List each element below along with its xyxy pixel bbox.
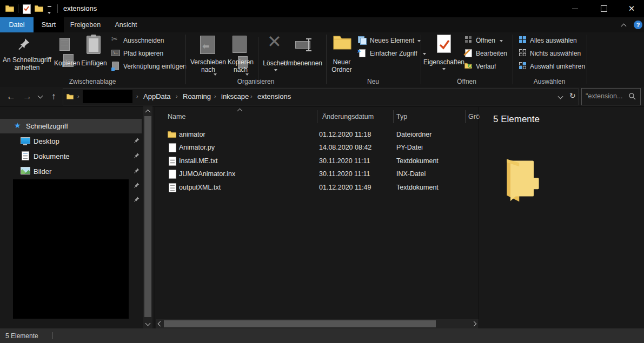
maximize-button[interactable] xyxy=(592,0,616,17)
sidebar-item-bilder[interactable]: Bilder xyxy=(0,164,142,179)
group-label-clipboard: Zwischenablage xyxy=(52,78,133,85)
select-all-button[interactable]: Alles auswählen xyxy=(518,36,585,46)
table-row[interactable]: JUMOAnimator.inx 30.11.2020 11:11 INX-Da… xyxy=(156,168,479,181)
redacted-sidebar-items xyxy=(13,179,129,319)
scroll-down-icon[interactable] xyxy=(145,321,151,326)
group-separator xyxy=(587,35,587,84)
rename-button[interactable]: Umbenennen xyxy=(280,35,326,78)
back-icon[interactable]: ← xyxy=(6,92,16,101)
status-bar: 5 Elemente xyxy=(0,328,644,343)
status-divider xyxy=(52,332,53,339)
search-icon[interactable] xyxy=(628,92,636,100)
paste-button[interactable]: Einfügen xyxy=(80,35,106,65)
scroll-up-icon[interactable] xyxy=(145,110,151,115)
file-name: JUMOAnimator.inx xyxy=(179,170,235,178)
column-header-type[interactable]: Typ xyxy=(396,113,407,120)
edit-button[interactable]: Bearbeiten xyxy=(464,49,510,59)
tab-datei[interactable]: Datei xyxy=(0,17,34,32)
column-header-name[interactable]: Name xyxy=(168,113,185,120)
up-icon[interactable]: ↑ xyxy=(51,92,56,101)
table-row[interactable]: Install.ME.txt 30.11.2020 11:11 Textdoku… xyxy=(156,155,479,168)
column-header-size[interactable]: Grö xyxy=(468,113,480,120)
select-none-button[interactable]: Nichts auswählen xyxy=(518,49,585,59)
crumb-chevron-icon: › xyxy=(77,93,79,99)
file-name: animator xyxy=(179,131,205,138)
qat-properties-icon[interactable] xyxy=(23,4,30,13)
open-button[interactable]: Öffnen xyxy=(464,36,510,46)
copy-icon xyxy=(59,38,70,51)
minimize-button[interactable] xyxy=(562,0,587,17)
pin-to-quickaccess-button[interactable] xyxy=(11,36,37,58)
horizontal-scrollbar-thumb[interactable] xyxy=(164,320,436,327)
paste-shortcut-button[interactable]: Verknüpfung einfügen xyxy=(110,62,186,72)
collapse-ribbon-icon[interactable] xyxy=(621,24,627,29)
search-box[interactable]: "extension... xyxy=(581,88,641,105)
file-name: Animator.py xyxy=(179,144,215,151)
column-header-date[interactable]: Änderungsdatum xyxy=(322,113,374,120)
column-separator[interactable] xyxy=(317,110,317,123)
cut-button[interactable]: ✂ Ausschneiden xyxy=(110,36,181,46)
column-separator[interactable] xyxy=(465,110,466,123)
table-row[interactable]: outputXML.txt 01.12.2020 11:49 Textdokum… xyxy=(156,181,479,194)
file-type: Dateiordner xyxy=(396,131,431,138)
easy-access-button[interactable]: ➤ Einfacher Zugriff xyxy=(357,49,425,59)
sidebar-item-quickaccess[interactable]: ★ Schnellzugriff xyxy=(0,119,142,133)
scroll-right-icon[interactable] xyxy=(472,321,477,327)
sidebar-item-dokumente[interactable]: Dokumente xyxy=(0,149,142,164)
paste-shortcut-icon xyxy=(112,62,119,70)
open-icon xyxy=(465,36,472,43)
explorer-window: extensions ✕ Datei Start Freigeben Ansic… xyxy=(0,0,644,343)
sort-ascending-icon[interactable] xyxy=(237,109,243,114)
copy-to-button[interactable]: Kopieren nach xyxy=(225,35,256,78)
address-dropdown-icon[interactable] xyxy=(558,94,563,99)
horizontal-scrollbar[interactable] xyxy=(156,319,479,328)
group-label-open: Öffnen xyxy=(426,78,507,85)
copy-path-button[interactable]: \... Pfad kopieren xyxy=(110,49,181,59)
select-all-icon xyxy=(519,36,526,43)
crumb-extensions[interactable]: extensions xyxy=(257,92,291,100)
qat-separator xyxy=(18,4,18,13)
new-item-button[interactable]: Neues Element xyxy=(357,36,420,46)
sidebar-item-desktop[interactable]: Desktop xyxy=(0,134,142,149)
file-name: outputXML.txt xyxy=(179,184,221,191)
select-none-icon xyxy=(519,49,526,56)
explorer-folder-icon xyxy=(5,5,14,12)
sidebar-item-label: Dokumente xyxy=(34,152,69,160)
tab-ansicht[interactable]: Ansicht xyxy=(109,17,143,32)
sidebar-scrollbar-thumb[interactable] xyxy=(144,116,151,317)
file-type: INX-Datei xyxy=(396,170,426,178)
qat-folder-icon[interactable] xyxy=(35,5,43,12)
file-type: Textdokument xyxy=(396,157,439,165)
table-row[interactable]: Animator.py 14.08.2020 08:42 PY-Datei xyxy=(156,142,479,154)
recent-locations-icon[interactable] xyxy=(38,93,43,99)
forward-icon[interactable]: → xyxy=(23,92,32,101)
crumb-inkscape[interactable]: inkscape xyxy=(221,92,249,100)
search-input[interactable]: "extension... xyxy=(586,92,622,100)
column-separator[interactable] xyxy=(393,110,394,123)
scroll-left-icon[interactable] xyxy=(158,321,163,327)
crumb-appdata[interactable]: AppData xyxy=(143,92,171,100)
redacted-user-folder xyxy=(83,90,132,103)
file-type: Textdokument xyxy=(396,184,439,191)
tab-start[interactable]: Start xyxy=(34,17,64,32)
crumb-chevron-icon: › xyxy=(176,93,178,99)
new-folder-icon xyxy=(333,35,351,51)
invert-selection-button[interactable]: Auswahl umkehren xyxy=(518,62,588,72)
close-button[interactable]: ✕ xyxy=(619,0,644,17)
refresh-icon[interactable]: ↻ xyxy=(569,91,576,100)
table-row[interactable]: animator 01.12.2020 11:18 Dateiordner xyxy=(156,129,479,142)
copy-button[interactable]: Kopieren xyxy=(56,35,78,65)
group-label-new: Neu xyxy=(333,78,414,85)
tab-freigeben[interactable]: Freigeben xyxy=(67,17,104,32)
move-to-button[interactable]: ⬅ Verschieben nach xyxy=(190,35,226,78)
new-folder-button[interactable]: Neuer Ordner xyxy=(328,35,356,79)
crumb-roaming[interactable]: Roaming xyxy=(183,92,211,100)
sidebar-scrollbar[interactable] xyxy=(143,106,152,328)
history-button[interactable]: ↻ Verlauf xyxy=(464,62,510,72)
help-icon[interactable]: ? xyxy=(634,21,642,29)
invert-selection-icon xyxy=(519,62,526,69)
file-list: Name Änderungsdatum Typ Grö animator 01.… xyxy=(156,106,479,328)
qat-dropdown-icon[interactable] xyxy=(48,6,52,11)
breadcrumb[interactable]: › › AppData › Roaming › inkscape › exten… xyxy=(63,88,579,105)
properties-button[interactable]: Eigenschaften xyxy=(425,33,463,79)
